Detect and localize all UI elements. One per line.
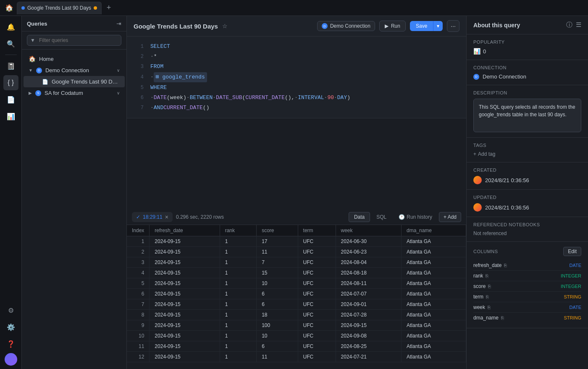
connection-row: D Demo Connection — [473, 73, 581, 80]
integrations-icon[interactable]: ⚙ — [3, 303, 18, 318]
created-row: 2024/8/21 0:36:56 — [473, 176, 581, 184]
nav-sidebar: Queries ⇥ ▼ 🏠 Home ▼ D Demo Connection ∨ — [22, 16, 127, 369]
conn-dot-icon: D — [473, 74, 479, 80]
updated-avatar — [473, 203, 482, 212]
popularity-section: Popularity 📊 0 — [467, 34, 588, 60]
copy-column-icon[interactable]: ⎘ — [504, 263, 507, 268]
description-label: Description — [473, 90, 581, 95]
tab-label: Google Trends Last 90 Days — [27, 5, 91, 11]
col-type-label: STRING — [564, 315, 581, 320]
description-box[interactable]: This SQL query selects all records from … — [473, 99, 581, 132]
search-icon[interactable]: 🔍 — [3, 36, 18, 51]
results-table-wrap[interactable]: Index refresh_date rank score term week … — [127, 225, 466, 369]
run-history-button[interactable]: 🕐 Run history — [395, 212, 436, 222]
created-section: Created 2024/8/21 0:36:56 — [467, 162, 588, 190]
query-file-icon: 📄 — [42, 79, 48, 85]
notifications-icon[interactable]: 🔔 — [3, 19, 18, 34]
column-row: dma_name ⎘ STRING — [473, 313, 581, 323]
referenced-label: Referenced notebooks — [473, 222, 581, 227]
connection-dot: D — [36, 68, 42, 73]
home-tab-btn[interactable]: 🏠 — [3, 2, 15, 14]
table-row: 102024-09-15110UFC2024-09-08Atlanta GA — [127, 331, 466, 341]
sidebar-item-google-trends[interactable]: 📄 Google Trends Last 90 Da... — [24, 76, 125, 87]
updated-section: Updated 2024/8/21 0:36:56 — [467, 190, 588, 217]
col-header-week: week — [336, 225, 401, 236]
code-line-7: 7 · AND CURRENT_DATE () — [127, 103, 466, 113]
table-row: 62024-09-1516UFC2024-07-07Atlanta GA — [127, 289, 466, 299]
nav-title: Queries — [27, 21, 47, 27]
rp-connection-name: Demo Connection — [483, 73, 526, 80]
sidebar-connection-demo[interactable]: ▼ D Demo Connection ∨ — [24, 65, 125, 76]
table-row: 112024-09-1516UFC2024-08-25Atlanta GA — [127, 341, 466, 352]
table-row: 22024-09-15111UFC2024-06-23Atlanta GA — [127, 247, 466, 257]
description-section: Description This SQL query selects all r… — [467, 85, 588, 138]
result-close-button[interactable]: × — [165, 214, 168, 220]
data-icon[interactable]: 📊 — [3, 109, 18, 124]
table-row: 92024-09-151100UFC2024-09-15Atlanta GA — [127, 320, 466, 331]
popularity-label: Popularity — [473, 39, 581, 44]
column-row: week ⎘ DATE — [473, 302, 581, 313]
copy-column-icon[interactable]: ⎘ — [501, 315, 504, 320]
sidebar-connection-sa[interactable]: ▶ S SA for Codatum ∨ — [24, 87, 125, 99]
connection-badge-dot: D — [322, 23, 328, 29]
home-icon: 🏠 — [29, 55, 36, 62]
sql-editor-area[interactable]: 1 SELECT 2 · * 3 FROM 4 — [127, 37, 466, 118]
tab-bar: 🏠 Google Trends Last 90 Days + — [0, 0, 588, 16]
settings-icon[interactable]: ⚙️ — [3, 319, 18, 335]
col-name-label: dma_name — [473, 315, 499, 321]
popularity-value: 0 — [483, 48, 486, 55]
col-header-index: Index — [127, 225, 150, 236]
sa-connection-label: SA for Codatum — [45, 90, 113, 96]
help-icon[interactable]: ❓ — [3, 336, 18, 351]
queries-icon[interactable]: { } — [3, 75, 18, 90]
save-button[interactable]: Save — [410, 21, 433, 31]
connection-selector[interactable]: D Demo Connection — [317, 21, 375, 31]
col-name-label: rank — [473, 273, 483, 279]
col-type-label: DATE — [569, 305, 581, 310]
table-row: 122024-09-15111UFC2024-07-21Atlanta GA — [127, 352, 466, 362]
save-dropdown-button[interactable]: ▾ — [433, 21, 443, 31]
run-button[interactable]: ▶ Run — [379, 21, 406, 31]
tab-sql[interactable]: SQL — [371, 212, 392, 222]
active-tab[interactable]: Google Trends Last 90 Days — [17, 2, 102, 14]
reports-icon[interactable]: 📄 — [3, 92, 18, 107]
home-label: Home — [39, 56, 120, 62]
sa-chevron-icon: ∨ — [117, 91, 120, 95]
right-panel-icons: ⓘ ☰ — [566, 21, 581, 29]
result-tab-time[interactable]: ✓ 18:29:11 × — [132, 212, 173, 222]
col-name-label: refresh_date — [473, 262, 501, 268]
more-options-button[interactable]: ··· — [447, 20, 459, 32]
tab-data[interactable]: Data — [349, 212, 370, 222]
copy-column-icon[interactable]: ⎘ — [486, 273, 488, 278]
run-icon: ▶ — [385, 23, 388, 29]
sidebar-item-home[interactable]: 🏠 Home — [24, 53, 125, 65]
notebooks-icon[interactable]: 📓 — [3, 58, 18, 73]
results-header: ✓ 18:29:11 × 0.296 sec, 2220 rows Data S… — [127, 209, 466, 225]
add-tab-button[interactable]: + — [103, 3, 114, 13]
filter-queries-input[interactable] — [27, 35, 121, 46]
updated-label: Updated — [473, 195, 581, 200]
add-visualization-button[interactable]: + Add — [439, 212, 461, 222]
copy-column-icon[interactable]: ⎘ — [486, 294, 489, 299]
copy-column-icon[interactable]: ⎘ — [488, 284, 491, 289]
copy-column-icon[interactable]: ⎘ — [488, 305, 491, 310]
save-button-group: Save ▾ — [410, 21, 443, 31]
col-header-refresh-date: refresh_date — [150, 225, 220, 236]
user-avatar[interactable] — [5, 353, 17, 366]
columns-icon[interactable]: ☰ — [576, 21, 581, 29]
result-check-icon: ✓ — [136, 214, 140, 220]
col-type-label: INTEGER — [561, 284, 581, 289]
filter-wrap: ▼ — [22, 31, 126, 50]
clock-icon: 🕐 — [399, 214, 405, 220]
add-tag-button[interactable]: + Add tag — [473, 151, 581, 157]
result-view-tabs: Data SQL — [349, 212, 392, 222]
results-tbody: 12024-09-15117UFC2024-06-30Atlanta GA220… — [127, 236, 466, 362]
star-button[interactable]: ☆ — [222, 23, 228, 29]
edit-columns-button[interactable]: Edit — [563, 247, 581, 256]
table-row: 52024-09-15110UFC2024-08-11Atlanta GA — [127, 278, 466, 289]
nav-items: 🏠 Home ▼ D Demo Connection ∨ 📄 Google Tr… — [22, 50, 126, 369]
info-icon[interactable]: ⓘ — [566, 21, 572, 29]
code-line-2: 2 · * — [127, 52, 466, 62]
code-editor[interactable]: 1 SELECT 2 · * 3 FROM 4 — [127, 37, 466, 209]
nav-collapse-button[interactable]: ⇥ — [116, 20, 121, 27]
